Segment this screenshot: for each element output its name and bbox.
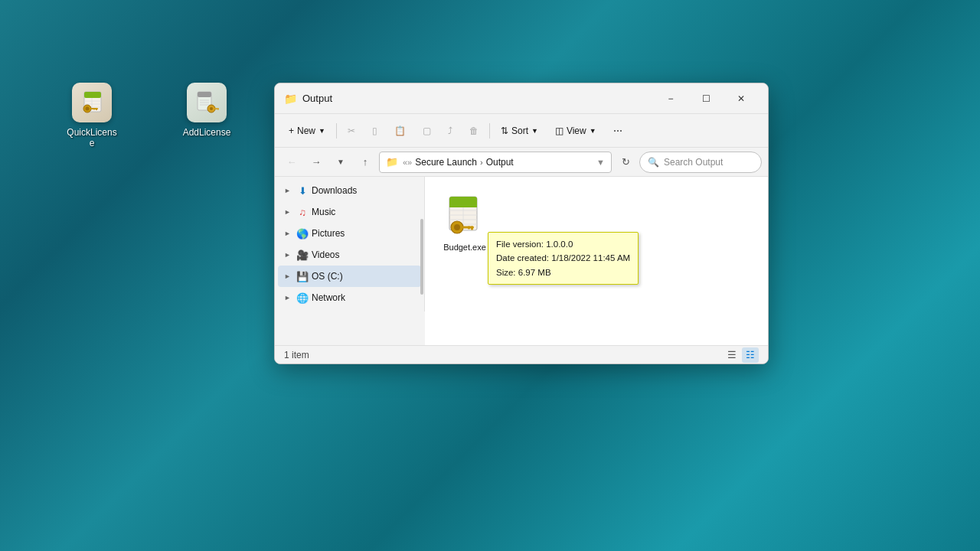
breadcrumb-parent: Secure Launch bbox=[415, 157, 477, 168]
address-box[interactable]: 📁 «» Secure Launch › Output ▼ bbox=[379, 152, 612, 173]
sort-label: Sort bbox=[511, 126, 528, 136]
desktop-icon-addlicense[interactable]: AddLicense bbox=[176, 77, 237, 142]
sidebar-scrollbar[interactable] bbox=[420, 219, 423, 295]
refresh-button[interactable]: ↻ bbox=[615, 152, 636, 173]
svg-rect-9 bbox=[96, 108, 97, 110]
sidebar: ► ⬇ Downloads ► ♫ Music ► 🌎 Pictures bbox=[275, 177, 425, 311]
breadcrumb-current: Output bbox=[486, 157, 514, 168]
copy-icon: ▯ bbox=[372, 126, 377, 136]
svg-point-30 bbox=[454, 224, 460, 230]
delete-button[interactable]: 🗑 bbox=[462, 119, 486, 143]
plus-icon: + bbox=[289, 126, 294, 136]
music-chevron-icon: ► bbox=[284, 208, 293, 216]
status-bar: 1 item ☰ ☷ bbox=[275, 345, 768, 364]
view-button[interactable]: ◫ View ▼ bbox=[547, 119, 604, 143]
toolbar-divider-2 bbox=[489, 123, 490, 139]
svg-rect-20 bbox=[216, 108, 217, 109]
search-box[interactable]: 🔍 Search Output bbox=[639, 152, 762, 173]
sidebar-item-pictures[interactable]: ► 🌎 Pictures bbox=[278, 223, 421, 244]
new-label: New bbox=[297, 126, 315, 136]
sidebar-item-music[interactable]: ► ♫ Music bbox=[278, 201, 421, 223]
svg-rect-12 bbox=[198, 92, 211, 97]
folder-title-icon: 📁 bbox=[284, 93, 296, 105]
search-placeholder: Search Output bbox=[664, 157, 723, 168]
quicklicense-icon bbox=[70, 81, 113, 124]
pictures-icon: 🌎 bbox=[296, 227, 309, 240]
sidebar-wrapper: ► ⬇ Downloads ► ♫ Music ► 🌎 Pictures bbox=[275, 177, 425, 345]
osc-chevron-icon: ► bbox=[284, 272, 293, 280]
svg-rect-1 bbox=[84, 92, 101, 98]
svg-rect-23 bbox=[449, 204, 477, 207]
address-bar-row: ← → ▼ ↑ 📁 «» Secure Launch › Output ▼ ↻ … bbox=[275, 148, 768, 177]
svg-point-17 bbox=[210, 107, 213, 110]
status-item-count: 1 item bbox=[284, 350, 309, 360]
downloads-chevron-icon: ► bbox=[284, 187, 293, 194]
network-chevron-icon: ► bbox=[284, 294, 293, 302]
sidebar-item-osc[interactable]: ► 💾 OS (C:) bbox=[278, 266, 421, 287]
desktop-icon-quicklicense[interactable]: QuickLicense bbox=[61, 77, 122, 153]
share-button[interactable]: ⤴ bbox=[440, 119, 460, 143]
sidebar-item-network[interactable]: ► 🌐 Network bbox=[278, 287, 421, 308]
list-view-button[interactable]: ☰ bbox=[724, 347, 740, 363]
view-label: View bbox=[567, 126, 586, 136]
sidebar-downloads-label: Downloads bbox=[312, 185, 357, 196]
grid-view-button[interactable]: ☷ bbox=[742, 347, 759, 363]
main-content: ► ⬇ Downloads ► ♫ Music ► 🌎 Pictures bbox=[275, 177, 768, 345]
rename-button[interactable]: ▢ bbox=[415, 119, 439, 143]
tooltip-version: File version: 1.0.0.0 bbox=[496, 237, 630, 251]
close-button[interactable]: ✕ bbox=[724, 86, 759, 111]
cut-button[interactable]: ✂ bbox=[340, 119, 363, 143]
view-toggles: ☰ ☷ bbox=[724, 347, 759, 363]
forward-button[interactable]: → bbox=[305, 152, 327, 173]
svg-rect-19 bbox=[217, 108, 219, 110]
cut-icon: ✂ bbox=[348, 126, 355, 136]
videos-icon: 🎥 bbox=[296, 249, 309, 261]
rename-icon: ▢ bbox=[423, 126, 431, 136]
sidebar-item-downloads[interactable]: ► ⬇ Downloads bbox=[278, 180, 421, 201]
addlicense-label: AddLicense bbox=[183, 127, 231, 138]
paste-button[interactable]: 📋 bbox=[387, 119, 413, 143]
tooltip-size: Size: 6.97 MB bbox=[496, 266, 630, 279]
network-icon: 🌐 bbox=[296, 292, 309, 304]
file-item-budget[interactable]: Budget.exe File version: 1.0.0.0 Date cr… bbox=[434, 186, 495, 256]
delete-icon: 🗑 bbox=[469, 126, 479, 136]
osc-icon: 💾 bbox=[296, 270, 309, 282]
svg-point-7 bbox=[86, 107, 90, 111]
sort-chevron-icon: ▼ bbox=[531, 127, 538, 135]
toolbar-divider-1 bbox=[336, 123, 337, 139]
sidebar-osc-label: OS (C:) bbox=[312, 271, 343, 282]
pictures-chevron-icon: ► bbox=[284, 230, 293, 237]
sidebar-music-label: Music bbox=[312, 207, 335, 217]
window-controls: − ☐ ✕ bbox=[653, 86, 759, 111]
breadcrumb: «» Secure Launch › Output bbox=[403, 157, 514, 168]
recent-button[interactable]: ▼ bbox=[330, 152, 351, 173]
back-button[interactable]: ← bbox=[281, 152, 302, 173]
new-button[interactable]: + New ▼ bbox=[281, 119, 333, 143]
svg-rect-32 bbox=[471, 227, 473, 230]
sidebar-item-videos[interactable]: ► 🎥 Videos bbox=[278, 244, 421, 266]
file-area: Budget.exe File version: 1.0.0.0 Date cr… bbox=[425, 177, 768, 345]
maximize-button[interactable]: ☐ bbox=[688, 86, 724, 111]
videos-chevron-icon: ► bbox=[284, 251, 293, 259]
breadcrumb-separator: › bbox=[480, 158, 483, 167]
more-options-button[interactable]: ⋯ bbox=[606, 119, 630, 143]
up-button[interactable]: ↑ bbox=[354, 152, 376, 173]
svg-rect-33 bbox=[468, 227, 470, 230]
desktop: QuickLicense Ad bbox=[0, 0, 980, 551]
minimize-button[interactable]: − bbox=[653, 86, 688, 111]
share-icon: ⤴ bbox=[448, 126, 452, 136]
addlicense-icon bbox=[185, 81, 228, 124]
file-name-label: Budget.exe bbox=[443, 243, 486, 252]
search-icon: 🔍 bbox=[648, 157, 659, 168]
file-tooltip: File version: 1.0.0.0 Date created: 1/18… bbox=[488, 232, 639, 285]
paste-icon: 📋 bbox=[394, 126, 406, 136]
breadcrumb-root: «» bbox=[403, 158, 412, 167]
view-icon: ◫ bbox=[555, 126, 564, 136]
copy-button[interactable]: ▯ bbox=[364, 119, 385, 143]
sidebar-network-label: Network bbox=[312, 292, 345, 303]
explorer-window: 📁 Output − ☐ ✕ + New ▼ ✂ ▯ 📋 bbox=[274, 83, 769, 364]
new-chevron-icon: ▼ bbox=[318, 127, 325, 135]
music-icon: ♫ bbox=[296, 206, 309, 218]
downloads-icon: ⬇ bbox=[296, 184, 309, 197]
sort-button[interactable]: ⇅ Sort ▼ bbox=[493, 119, 546, 143]
